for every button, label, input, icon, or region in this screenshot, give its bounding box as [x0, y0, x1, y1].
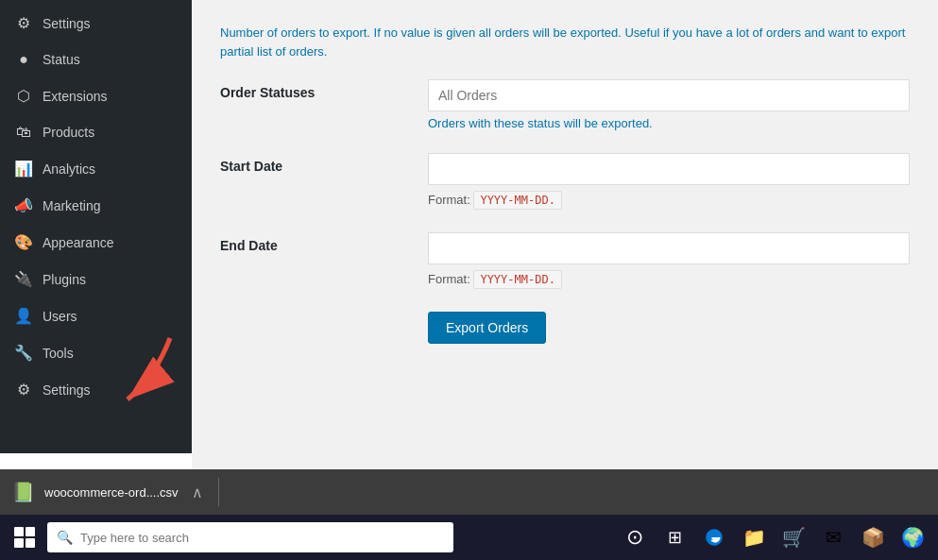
order-statuses-input[interactable]: [428, 79, 910, 111]
sidebar-item-extensions[interactable]: ⬡ Extensions: [0, 77, 192, 114]
sidebar: ⚙ Settings ● Status ⬡ Extensions 🛍 Produ…: [0, 0, 192, 453]
start-date-wrap: Format: YYYY-MM-DD.: [428, 153, 910, 210]
end-date-format: Format: YYYY-MM-DD.: [428, 270, 910, 289]
sidebar-item-label: Analytics: [43, 161, 95, 177]
sidebar-item-label: Settings: [43, 382, 91, 398]
sidebar-item-appearance[interactable]: 🎨 Appearance: [0, 224, 192, 261]
dropbox-icon[interactable]: 📦: [855, 519, 891, 555]
start-date-input[interactable]: [428, 153, 910, 185]
end-date-wrap: Format: YYYY-MM-DD.: [428, 232, 910, 289]
analytics-icon: 📊: [14, 160, 33, 178]
sidebar-item-analytics[interactable]: 📊 Analytics: [0, 150, 192, 187]
main-content: Number of orders to export. If no value …: [192, 0, 938, 469]
sidebar-item-label: Marketing: [43, 198, 100, 213]
marketing-icon: 📣: [14, 196, 33, 214]
sidebar-item-label: Settings: [43, 16, 91, 31]
download-chevron-icon[interactable]: ∧: [192, 484, 203, 501]
settings-icon: ⚙: [14, 14, 33, 32]
sidebar-item-products[interactable]: 🛍 Products: [0, 114, 192, 150]
search-input[interactable]: [80, 531, 444, 545]
sidebar-item-settings-top[interactable]: ⚙ Settings: [0, 5, 192, 42]
export-button-area: Export Orders: [220, 312, 910, 344]
settings-bottom-icon: ⚙: [14, 381, 33, 399]
edge-icon[interactable]: [696, 519, 732, 555]
mail-icon[interactable]: ✉: [815, 519, 851, 555]
taskbar-search-bar[interactable]: 🔍: [47, 522, 453, 552]
start-date-label: Start Date: [220, 153, 409, 174]
sidebar-item-tools[interactable]: 🔧 Tools: [0, 334, 192, 371]
sidebar-item-label: Users: [43, 309, 77, 324]
end-date-input[interactable]: [428, 232, 910, 264]
download-filename: woocommerce-ord....csv: [44, 485, 179, 500]
end-date-row: End Date Format: YYYY-MM-DD.: [220, 232, 910, 289]
download-divider: [218, 478, 219, 506]
task-view-icon[interactable]: ⊞: [657, 519, 692, 555]
file-explorer-icon[interactable]: 📁: [736, 519, 772, 555]
end-date-format-value: YYYY-MM-DD.: [473, 270, 561, 289]
edge-browser-icon: [704, 527, 725, 548]
tools-icon: 🔧: [14, 344, 33, 362]
download-bar: 📗 woocommerce-ord....csv ∧: [0, 469, 938, 515]
sidebar-item-label: Appearance: [43, 235, 114, 250]
extensions-icon: ⬡: [14, 87, 33, 105]
chrome-icon[interactable]: 🌍: [895, 519, 930, 555]
sidebar-item-label: Tools: [43, 346, 74, 361]
cortana-icon[interactable]: ⊙: [617, 519, 653, 555]
order-statuses-label: Order Statuses: [220, 79, 409, 100]
start-button[interactable]: [8, 520, 42, 554]
appearance-icon: 🎨: [14, 233, 33, 251]
products-icon: 🛍: [14, 124, 33, 141]
sidebar-item-status[interactable]: ● Status: [0, 42, 192, 77]
taskbar-system-icons: ⊙ ⊞ 📁 🛒 ✉ 📦 🌍: [617, 519, 930, 555]
sidebar-item-label: Plugins: [43, 272, 86, 287]
sidebar-item-label: Products: [43, 125, 94, 140]
start-date-format: Format: YYYY-MM-DD.: [428, 191, 910, 210]
start-date-format-label: Format:: [428, 193, 470, 207]
sidebar-item-users[interactable]: 👤 Users: [0, 297, 192, 334]
users-icon: 👤: [14, 307, 33, 325]
sidebar-item-marketing[interactable]: 📣 Marketing: [0, 187, 192, 224]
order-statuses-wrap: Orders with these status will be exporte…: [428, 79, 910, 130]
end-date-format-label: Format:: [428, 272, 470, 286]
start-date-row: Start Date Format: YYYY-MM-DD.: [220, 153, 910, 210]
export-orders-button[interactable]: Export Orders: [428, 312, 546, 344]
plugins-icon: 🔌: [14, 270, 33, 288]
status-icon: ●: [14, 51, 33, 68]
store-icon[interactable]: 🛒: [776, 519, 811, 555]
search-icon: 🔍: [57, 530, 73, 545]
order-statuses-hint: Orders with these status will be exporte…: [428, 116, 910, 130]
top-note: Number of orders to export. If no value …: [220, 24, 910, 60]
taskbar: 🔍 ⊙ ⊞ 📁 🛒 ✉ 📦 🌍: [0, 515, 938, 560]
sidebar-item-plugins[interactable]: 🔌 Plugins: [0, 261, 192, 297]
sidebar-item-label: Status: [43, 52, 80, 67]
end-date-label: End Date: [220, 232, 409, 253]
csv-file-icon: 📗: [11, 481, 35, 503]
sidebar-item-label: Extensions: [43, 89, 107, 104]
order-statuses-row: Order Statuses Orders with these status …: [220, 79, 910, 130]
start-date-format-value: YYYY-MM-DD.: [473, 191, 561, 210]
windows-logo-icon: [14, 527, 35, 548]
sidebar-item-settings-bottom[interactable]: ⚙ Settings: [0, 371, 192, 408]
